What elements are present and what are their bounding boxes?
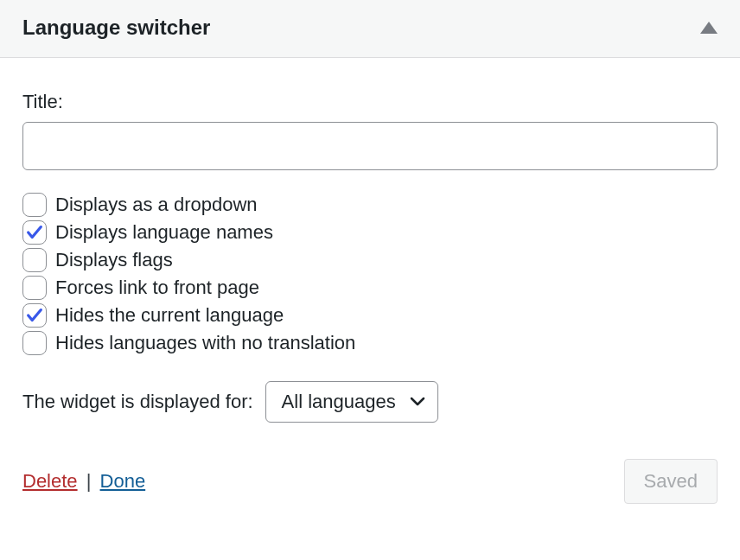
widget-footer: Delete | Done Saved [22,459,718,504]
option-hide-current: Hides the current language [22,303,718,328]
done-link[interactable]: Done [100,470,146,492]
saved-button[interactable]: Saved [624,459,718,504]
checkbox-label: Displays language names [55,221,273,244]
chevron-down-icon [410,397,425,407]
widget-body: Title: Displays as a dropdown Displays l… [0,58,740,525]
link-separator: | [86,470,92,492]
option-hide-no-translation: Hides languages with no translation [22,331,718,355]
widget-header[interactable]: Language switcher [0,0,740,58]
collapse-up-icon[interactable] [700,22,718,34]
checkbox-label: Hides the current language [55,304,284,327]
option-dropdown: Displays as a dropdown [22,193,718,217]
checkbox-label: Hides languages with no translation [55,332,355,354]
check-icon [25,223,44,242]
display-for-row: The widget is displayed for: All languag… [22,381,718,423]
checkbox-label: Displays as a dropdown [55,194,258,216]
checkbox-label: Displays flags [55,249,173,271]
checkbox-force-link[interactable] [22,276,47,300]
option-language-names: Displays language names [22,220,718,245]
title-label: Title: [22,91,718,113]
check-icon [25,306,44,325]
display-for-select[interactable]: All languages [265,381,438,423]
select-value: All languages [282,391,396,413]
checkbox-hide-current[interactable] [22,303,47,328]
checkbox-hide-no-translation[interactable] [22,331,47,355]
checkbox-label: Forces link to front page [55,277,259,299]
checkbox-language-names[interactable] [22,220,47,245]
checkbox-dropdown[interactable] [22,193,47,217]
option-force-link: Forces link to front page [22,276,718,300]
checkbox-flags[interactable] [22,248,47,272]
option-flags: Displays flags [22,248,718,272]
title-input[interactable] [22,122,718,170]
widget-title: Language switcher [22,16,210,40]
delete-link[interactable]: Delete [22,470,78,492]
checkbox-group: Displays as a dropdown Displays language… [22,193,718,355]
display-for-label: The widget is displayed for: [22,391,253,413]
footer-links: Delete | Done [22,470,145,493]
